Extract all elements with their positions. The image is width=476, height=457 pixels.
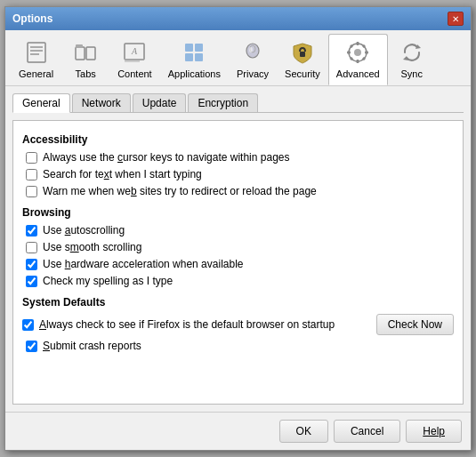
system-defaults-section: System Defaults Always check to see if F… bbox=[22, 296, 454, 352]
ok-button[interactable]: OK bbox=[279, 420, 328, 443]
toolbar-item-security[interactable]: Security bbox=[277, 34, 328, 85]
default-browser-left: Always check to see if Firefox is the de… bbox=[22, 318, 335, 331]
default-browser-label[interactable]: Always check to see if Firefox is the de… bbox=[39, 318, 335, 331]
tab-general[interactable]: General bbox=[12, 93, 70, 113]
accessibility-title: Accessibility bbox=[22, 133, 454, 146]
toolbar-label-privacy: Privacy bbox=[237, 68, 269, 79]
svg-text:A: A bbox=[131, 46, 138, 56]
option-cursor-keys: Always use the cursor keys to navigate w… bbox=[22, 151, 454, 164]
options-panel: Accessibility Always use the cursor keys… bbox=[12, 120, 464, 405]
smooth-scrolling-label[interactable]: Use smooth scrolling bbox=[43, 241, 141, 253]
option-warn-redirect: Warn me when web sites try to redirect o… bbox=[22, 185, 454, 197]
tab-encryption[interactable]: Encryption bbox=[188, 93, 258, 112]
option-search-text: Search for text when I start typing bbox=[22, 168, 454, 180]
toolbar-item-applications[interactable]: Applications bbox=[160, 34, 229, 85]
svg-point-20 bbox=[354, 49, 361, 56]
warn-redirect-checkbox[interactable] bbox=[26, 186, 37, 197]
browsing-section: Browsing Use autoscrolling Use smooth sc… bbox=[22, 206, 454, 287]
svg-rect-22 bbox=[357, 60, 359, 63]
toolbar-label-advanced: Advanced bbox=[336, 68, 380, 79]
advanced-icon bbox=[343, 38, 372, 67]
toolbar-label-security: Security bbox=[285, 68, 320, 79]
crash-reports-checkbox[interactable] bbox=[26, 341, 37, 352]
toolbar: General Tabs A Con bbox=[5, 30, 471, 86]
option-spell-check: Check my spelling as I type bbox=[22, 275, 454, 287]
toolbar-item-content[interactable]: A Content bbox=[109, 34, 160, 85]
svg-rect-3 bbox=[30, 53, 39, 55]
sync-icon bbox=[398, 38, 426, 67]
svg-rect-6 bbox=[76, 44, 83, 48]
svg-rect-0 bbox=[28, 43, 45, 62]
toolbar-label-applications: Applications bbox=[168, 68, 221, 79]
spell-check-checkbox[interactable] bbox=[26, 276, 37, 287]
spell-check-label[interactable]: Check my spelling as I type bbox=[43, 275, 173, 287]
smooth-scrolling-checkbox[interactable] bbox=[26, 242, 37, 253]
close-button[interactable]: ✕ bbox=[448, 12, 464, 26]
svg-rect-23 bbox=[347, 52, 351, 54]
crash-reports-label[interactable]: Submit crash reports bbox=[43, 340, 141, 352]
tabs-icon bbox=[71, 38, 100, 67]
check-now-button[interactable]: Check Now bbox=[376, 314, 454, 335]
svg-rect-1 bbox=[30, 46, 43, 48]
system-defaults-title: System Defaults bbox=[22, 296, 454, 309]
cursor-keys-label[interactable]: Always use the cursor keys to navigate w… bbox=[43, 151, 289, 164]
svg-rect-2 bbox=[30, 50, 43, 52]
bottom-bar: OK Cancel Help bbox=[5, 412, 471, 450]
svg-rect-24 bbox=[365, 52, 368, 54]
svg-rect-18 bbox=[300, 52, 305, 57]
applications-icon bbox=[180, 38, 208, 67]
toolbar-label-general: General bbox=[19, 68, 53, 79]
privacy-icon bbox=[238, 38, 267, 67]
browsing-title: Browsing bbox=[22, 206, 454, 219]
option-crash-reports: Submit crash reports bbox=[22, 340, 454, 352]
svg-rect-21 bbox=[357, 42, 359, 45]
content-area: General Network Update Encryption Access… bbox=[5, 86, 471, 412]
warn-redirect-label[interactable]: Warn me when web sites try to redirect o… bbox=[43, 185, 317, 197]
svg-rect-12 bbox=[195, 44, 203, 52]
autoscrolling-label[interactable]: Use autoscrolling bbox=[43, 224, 125, 237]
general-icon bbox=[22, 38, 51, 67]
svg-rect-11 bbox=[185, 44, 193, 52]
toolbar-item-general[interactable]: General bbox=[11, 34, 61, 85]
toolbar-label-tabs: Tabs bbox=[76, 68, 96, 79]
sub-tab-bar: General Network Update Encryption bbox=[12, 93, 464, 113]
cancel-button[interactable]: Cancel bbox=[334, 420, 400, 443]
options-window: Options ✕ General bbox=[4, 6, 472, 451]
security-icon bbox=[288, 38, 317, 67]
option-smooth-scrolling: Use smooth scrolling bbox=[22, 241, 454, 253]
svg-point-17 bbox=[249, 47, 253, 52]
svg-rect-4 bbox=[76, 47, 85, 60]
toolbar-item-advanced[interactable]: Advanced bbox=[328, 34, 388, 85]
title-bar: Options ✕ bbox=[5, 7, 471, 30]
svg-rect-14 bbox=[195, 53, 203, 61]
help-button[interactable]: Help bbox=[406, 420, 462, 443]
window-title: Options bbox=[12, 12, 52, 25]
svg-rect-5 bbox=[86, 47, 95, 60]
toolbar-label-content: Content bbox=[117, 68, 152, 79]
default-browser-checkbox[interactable] bbox=[22, 319, 34, 331]
search-text-checkbox[interactable] bbox=[26, 169, 37, 180]
tab-update[interactable]: Update bbox=[133, 93, 187, 112]
tab-network[interactable]: Network bbox=[72, 93, 131, 112]
svg-rect-13 bbox=[185, 53, 193, 61]
option-hardware-accel: Use hardware acceleration when available bbox=[22, 258, 454, 270]
autoscrolling-checkbox[interactable] bbox=[26, 225, 37, 237]
toolbar-label-sync: Sync bbox=[401, 68, 423, 79]
toolbar-item-sync[interactable]: Sync bbox=[388, 34, 436, 85]
option-autoscrolling: Use autoscrolling bbox=[22, 224, 454, 237]
toolbar-item-tabs[interactable]: Tabs bbox=[61, 34, 109, 85]
cursor-keys-checkbox[interactable] bbox=[26, 152, 37, 164]
content-icon: A bbox=[120, 38, 149, 67]
hardware-accel-label[interactable]: Use hardware acceleration when available bbox=[43, 258, 244, 270]
search-text-label[interactable]: Search for text when I start typing bbox=[43, 168, 202, 180]
accessibility-section: Accessibility Always use the cursor keys… bbox=[22, 133, 454, 197]
default-browser-row: Always check to see if Firefox is the de… bbox=[22, 314, 454, 335]
hardware-accel-checkbox[interactable] bbox=[26, 259, 37, 270]
toolbar-item-privacy[interactable]: Privacy bbox=[229, 34, 277, 85]
